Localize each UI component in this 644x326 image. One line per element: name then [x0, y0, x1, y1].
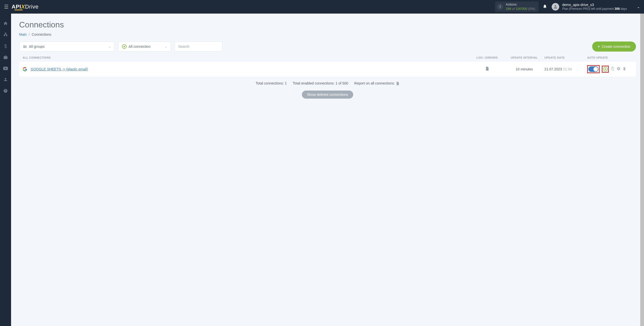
actions-text: Actions: 289 of 100'000 (0%) [506, 3, 535, 11]
scrollbar[interactable] [640, 14, 644, 326]
svg-rect-2 [6, 35, 7, 36]
create-connection-button[interactable]: + Create connection [592, 42, 636, 52]
svg-rect-0 [5, 33, 6, 34]
date-cell: 21.07.2023 11:34 [544, 67, 587, 71]
status-select[interactable]: All connection ⌄ [118, 42, 171, 52]
connection-name[interactable]: GOOGLE SHEETS -> (elastic email) [31, 67, 470, 71]
document-icon[interactable] [396, 81, 399, 85]
groups-select[interactable]: All groups ⌄ [19, 42, 115, 52]
help-icon[interactable] [0, 89, 11, 94]
user-avatar[interactable] [552, 3, 559, 11]
logo-x: X [21, 4, 25, 10]
actions-label: Actions: [506, 3, 535, 7]
plus-icon: + [598, 45, 600, 49]
settings-icon[interactable] [617, 67, 621, 72]
app-header: ☰ APIXDrive i Actions: 289 of 100'000 (0… [0, 0, 644, 14]
google-icon [23, 67, 27, 71]
delete-icon[interactable] [623, 67, 626, 72]
notifications-icon[interactable] [543, 4, 547, 10]
youtube-icon[interactable] [0, 66, 11, 72]
user-icon[interactable] [0, 77, 11, 83]
chevron-down-icon: ⌄ [165, 45, 167, 48]
groups-select-text: All groups [29, 45, 106, 49]
breadcrumb: Main / Connections [19, 32, 636, 36]
col-auto: AUTO UPDATE [587, 56, 632, 59]
col-log: LOG / ERRORS [470, 56, 504, 59]
dollar-icon[interactable] [0, 44, 11, 50]
info-icon: i [497, 4, 503, 10]
breadcrumb-separator: / [29, 32, 30, 36]
user-dropdown-icon[interactable]: ⌄ [637, 5, 640, 9]
highlight-toggle [587, 65, 600, 73]
user-info[interactable]: demo_apix-drive_s3 Plan |Premium PRO| le… [562, 3, 627, 11]
folder-icon [23, 45, 27, 49]
show-deleted-button[interactable]: Show deleted connections [302, 91, 353, 99]
search-box [175, 42, 222, 52]
actions-counter[interactable]: i Actions: 289 of 100'000 (0%) [495, 2, 539, 12]
col-date: UPDATE DATE [544, 56, 587, 59]
svg-rect-1 [4, 35, 5, 36]
search-input[interactable] [178, 42, 219, 51]
table-header: ALL CONNECTIONS LOG / ERRORS UPDATE INTE… [19, 56, 636, 62]
status-select-text: All connection [129, 45, 163, 49]
sidebar [0, 14, 11, 326]
breadcrumb-current: Connections [32, 32, 51, 36]
col-name: ALL CONNECTIONS [23, 56, 470, 59]
briefcase-icon[interactable] [0, 55, 11, 61]
stat-total: Total connections: 1 [256, 81, 287, 85]
logo-api: API [12, 4, 21, 10]
col-interval: UPDATE INTERVAL [504, 56, 544, 59]
user-name: demo_apix-drive_s3 [562, 3, 627, 7]
breadcrumb-main[interactable]: Main [19, 32, 27, 36]
actions-of: of [511, 7, 516, 11]
stat-enabled: Total enabled connections: 1 of 500 [293, 81, 348, 85]
plan-info: Plan |Premium PRO| left until payment 30… [562, 7, 627, 11]
copy-icon[interactable] [611, 67, 615, 72]
auto-update-toggle[interactable] [588, 66, 598, 72]
auto-cell [587, 65, 632, 73]
play-icon [122, 44, 127, 49]
actions-total: 100'000 [516, 7, 527, 11]
page-title: Connections [19, 20, 636, 29]
main-content: Connections Main / Connections All group… [11, 14, 644, 326]
highlight-run [602, 66, 609, 73]
connection-row: GOOGLE SHEETS -> (elastic email) 10 minu… [19, 62, 636, 77]
log-cell[interactable] [470, 66, 504, 72]
interval-cell: 10 minutes [504, 67, 544, 71]
actions-pct: (0%) [527, 7, 535, 11]
create-button-label: Create connection [602, 45, 630, 49]
logo-drive: Drive [25, 4, 38, 10]
logo[interactable]: APIXDrive [12, 4, 38, 10]
filter-bar: All groups ⌄ All connection ⌄ + Create c… [19, 42, 636, 52]
sitemap-icon[interactable] [0, 32, 11, 38]
actions-count: 289 [506, 7, 511, 11]
stat-report: Report on all connections: [354, 81, 399, 85]
menu-button[interactable]: ☰ [4, 4, 9, 10]
chevron-down-icon: ⌄ [108, 45, 111, 48]
run-now-button[interactable] [603, 67, 608, 71]
stats-row: Total connections: 1 Total enabled conne… [19, 81, 636, 86]
home-icon[interactable] [0, 21, 11, 27]
